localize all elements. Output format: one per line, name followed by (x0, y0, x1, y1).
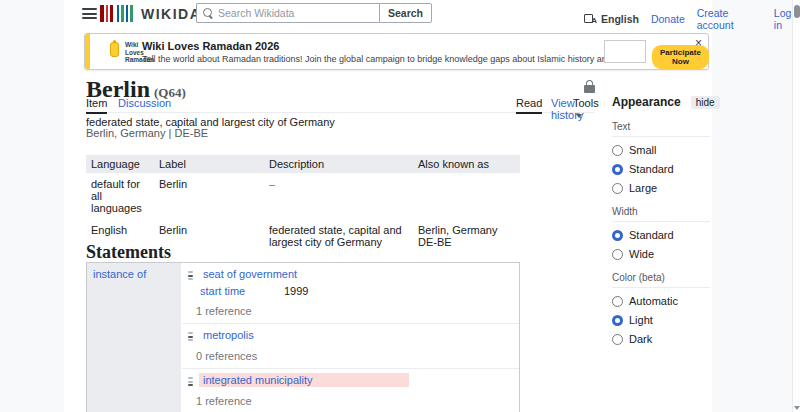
search-bar: Search (196, 3, 432, 23)
references-toggle[interactable]: 1 reference (182, 305, 519, 317)
radio-label: Large (629, 182, 657, 194)
alias-line: DE-BE (418, 236, 515, 248)
radio-label: Standard (629, 163, 674, 175)
terms-table-header-row: Language Label Description Also known as (86, 155, 520, 173)
property-link-instance-of[interactable]: instance of (93, 268, 146, 280)
protection-lock-icon[interactable] (584, 80, 595, 93)
rank-selector-icon[interactable] (188, 332, 193, 341)
search-icon (203, 8, 214, 19)
language-icon (584, 14, 597, 25)
radio-color-automatic[interactable]: Automatic (612, 295, 710, 307)
radio-text-large[interactable]: Large (612, 182, 710, 194)
col-also-known-as: Also known as (413, 155, 520, 173)
radio-width-standard[interactable]: Standard (612, 229, 710, 241)
radio-icon[interactable] (612, 249, 623, 260)
search-button[interactable]: Search (379, 3, 432, 23)
terms-table: Language Label Description Also known as… (86, 155, 520, 253)
table-row: default for all languages Berlin – (86, 173, 520, 219)
appearance-panel: Appearance hide Text Small Standard Larg… (612, 95, 710, 345)
banner-close-icon[interactable]: × (695, 37, 702, 49)
banner-subtitle: Tell the world about Ramadan traditions!… (142, 54, 644, 64)
tab-tools[interactable]: Tools (573, 97, 599, 124)
cell-aliases: Berlin, Germany DE-BE (413, 219, 520, 253)
chevron-down-icon (576, 114, 582, 118)
rank-selector-icon[interactable] (188, 377, 193, 386)
statement-group-instance-of: instance of seat of government start tim… (86, 262, 520, 412)
col-description: Description (264, 155, 413, 173)
alias-line: Berlin, Germany (418, 224, 515, 236)
article-tab-bar: Item Discussion Read View history Tools (86, 97, 594, 113)
radio-label: Wide (629, 248, 654, 260)
statements-heading: Statements (86, 242, 171, 263)
radio-icon[interactable] (612, 230, 623, 241)
campaign-banner: Wiki Loves Ramadan Wiki Loves Ramadan 20… (84, 33, 709, 70)
claim-seat-of-government: seat of government start time 1999 1 ref… (182, 263, 519, 323)
claim-value-link[interactable]: seat of government (203, 268, 297, 280)
appearance-section-color: Color (beta) (612, 272, 710, 288)
tab-tools-label: Tools (573, 97, 599, 109)
qualifier-value: 1999 (284, 285, 308, 297)
tab-discussion[interactable]: Discussion (118, 97, 171, 112)
references-toggle[interactable]: 0 references (182, 350, 519, 362)
search-input[interactable] (218, 7, 373, 19)
banner-image-placeholder (604, 40, 646, 63)
radio-icon[interactable] (612, 164, 623, 175)
radio-label: Dark (629, 333, 652, 345)
radio-icon[interactable] (612, 296, 623, 307)
col-language: Language (86, 155, 154, 173)
claim-value-link[interactable]: integrated municipality (203, 374, 312, 386)
appearance-title: Appearance (612, 95, 681, 109)
scrollbar-down-arrow-icon[interactable] (794, 406, 800, 410)
banner-title: Wiki Loves Ramadan 2026 (142, 40, 279, 52)
claims-list: seat of government start time 1999 1 ref… (182, 263, 519, 412)
radio-icon[interactable] (612, 315, 623, 326)
search-input-wrap[interactable] (196, 3, 379, 23)
appearance-section-text: Text (612, 121, 710, 137)
radio-label: Small (629, 144, 657, 156)
create-account-link[interactable]: Create account (697, 7, 762, 31)
entity-aliases: Berlin, Germany | DE-BE (86, 127, 208, 139)
radio-text-standard[interactable]: Standard (612, 163, 710, 175)
radio-color-light[interactable]: Light (612, 314, 710, 326)
scrollbar-thumb[interactable] (794, 5, 800, 18)
cell-description: federated state, capital and largest cit… (264, 219, 413, 253)
cell-language: default for all languages (86, 173, 154, 219)
claim-integrated-municipality: integrated municipality 1 reference (182, 368, 519, 412)
claim-value-link[interactable]: metropolis (203, 329, 254, 341)
radio-label: Light (629, 314, 653, 326)
claim-metropolis: metropolis 0 references (182, 323, 519, 368)
cell-aliases (413, 173, 520, 219)
personal-tools: English Donate Create account Log in (584, 7, 800, 31)
cell-label: Berlin (154, 173, 264, 219)
banner-accent-stripe (85, 34, 90, 69)
cell-description: – (264, 173, 413, 219)
appearance-section-width: Width (612, 206, 710, 222)
statement-property-cell: instance of (87, 263, 181, 412)
ramadan-lantern-icon (110, 42, 119, 57)
tab-item[interactable]: Item (86, 97, 107, 114)
tab-read[interactable]: Read (516, 97, 542, 114)
radio-icon[interactable] (612, 145, 623, 156)
radio-label: Standard (629, 229, 674, 241)
qualifier-row: start time 1999 (182, 285, 519, 297)
radio-icon[interactable] (612, 334, 623, 345)
radio-width-wide[interactable]: Wide (612, 248, 710, 260)
wikidata-logo-barcode (100, 5, 133, 22)
radio-label: Automatic (629, 295, 678, 307)
radio-text-small[interactable]: Small (612, 144, 710, 156)
qualifier-property-link[interactable]: start time (200, 285, 245, 297)
donate-link[interactable]: Donate (651, 13, 685, 25)
main-menu-icon[interactable] (82, 8, 97, 19)
vertical-scrollbar[interactable] (792, 0, 800, 412)
references-toggle[interactable]: 1 reference (182, 395, 519, 407)
appearance-hide-button[interactable]: hide (691, 96, 720, 109)
language-label: English (601, 13, 639, 25)
rank-selector-icon[interactable] (188, 271, 193, 280)
language-selector[interactable]: English (584, 13, 639, 25)
col-label: Label (154, 155, 264, 173)
radio-icon[interactable] (612, 183, 623, 194)
radio-color-dark[interactable]: Dark (612, 333, 710, 345)
